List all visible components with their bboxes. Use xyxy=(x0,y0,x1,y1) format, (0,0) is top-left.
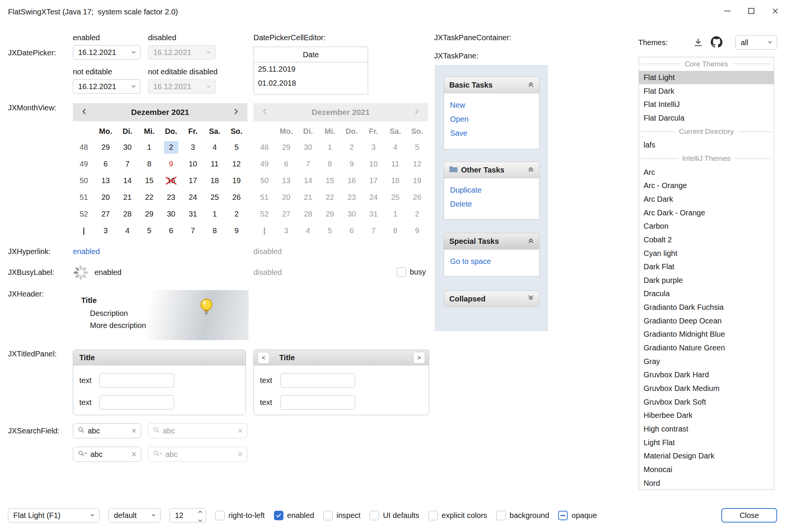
checkbox-right-to-left[interactable]: right-to-left xyxy=(215,511,265,520)
calendar-day-cell[interactable]: 4 xyxy=(116,222,139,239)
taskpane-header[interactable]: Collapsed xyxy=(444,290,540,307)
calendar-day-cell[interactable]: 24 xyxy=(182,189,204,206)
checkbox-opaque[interactable]: opaque xyxy=(558,511,597,520)
calendar-day-cell[interactable]: 29 xyxy=(139,206,161,222)
text-input[interactable] xyxy=(99,395,174,410)
checkbox-explicit-colors[interactable]: explicit colors xyxy=(428,511,487,520)
theme-item[interactable]: Dark Flat xyxy=(639,260,774,274)
calendar-day-cell[interactable]: 14 xyxy=(116,172,139,189)
theme-item[interactable]: Gruvbox Dark Hard xyxy=(639,368,774,382)
theme-item[interactable]: Monocai xyxy=(639,463,774,477)
theme-item[interactable]: Gradianto Dark Fuchsia xyxy=(639,301,774,314)
theme-item[interactable]: Gradianto Deep Ocean xyxy=(639,314,774,328)
search-input[interactable]: abc xyxy=(88,427,128,435)
checkbox-box[interactable] xyxy=(323,511,333,520)
maximize-button[interactable] xyxy=(739,0,763,24)
search-input[interactable]: abc xyxy=(90,450,128,459)
expand-chevron-down-icon[interactable] xyxy=(527,294,535,304)
calendar-day-cell[interactable]: 1 xyxy=(139,139,161,155)
theme-item[interactable]: Cyan light xyxy=(639,246,774,260)
calendar-day-cell[interactable]: 3 xyxy=(182,139,204,155)
taskpane-link-open[interactable]: Open xyxy=(450,112,539,126)
chevron-down-icon[interactable] xyxy=(127,49,140,55)
themes-list[interactable]: Core ThemesFlat LightFlat DarkFlat Intel… xyxy=(639,57,774,490)
calendar-day-cell[interactable]: 12 xyxy=(226,155,248,172)
checkbox-busy[interactable]: busy xyxy=(397,267,426,277)
taskpane-link-go-to-space[interactable]: Go to space xyxy=(450,254,539,268)
calendar-day-cell[interactable]: 25 xyxy=(204,189,226,206)
theme-item[interactable]: Gruvbox Dark Soft xyxy=(639,395,774,409)
calendar-day-cell[interactable]: 1 xyxy=(204,206,226,222)
taskpane-header[interactable]: Basic Tasks xyxy=(444,77,540,93)
collapse-chevron-up-icon[interactable] xyxy=(527,237,535,246)
calendar-day-cell[interactable]: 9 xyxy=(160,155,182,172)
prev-month-button[interactable] xyxy=(80,108,88,117)
taskpane-header[interactable]: Special Tasks xyxy=(444,233,540,250)
clear-icon[interactable]: × xyxy=(131,426,137,435)
calendar-day-cell[interactable]: 5 xyxy=(139,222,161,239)
next-month-button[interactable] xyxy=(232,108,240,117)
checkbox-box[interactable] xyxy=(370,511,379,520)
theme-item[interactable]: High contrast xyxy=(639,422,774,436)
theme-item[interactable]: Carbon xyxy=(639,220,774,233)
calendar-day-cell[interactable]: 6 xyxy=(160,222,182,239)
collapse-chevron-up-icon[interactable] xyxy=(527,165,535,175)
calendar-day-cell[interactable]: 30 xyxy=(160,206,182,222)
calendar-day-cell[interactable]: 26 xyxy=(226,189,248,206)
theme-item[interactable]: Dark purple xyxy=(639,274,774,287)
github-button[interactable] xyxy=(710,36,722,50)
next-button[interactable]: > xyxy=(413,352,425,364)
theme-item[interactable]: Gray xyxy=(639,355,774,368)
theme-item[interactable]: Gradianto Nature Green xyxy=(639,341,774,355)
calendar-day-cell[interactable]: 5 xyxy=(226,139,248,155)
theme-combobox[interactable]: Flat Light (F1) xyxy=(8,508,99,523)
theme-item[interactable]: Flat Dark xyxy=(639,84,774,98)
clear-icon[interactable]: × xyxy=(131,450,137,459)
datepicker-enabled[interactable]: 16.12.2021 xyxy=(73,45,140,60)
calendar-day-cell[interactable]: 11 xyxy=(204,155,226,172)
taskpane-link-delete[interactable]: Delete xyxy=(450,197,539,211)
font-size-value[interactable]: 12 xyxy=(170,508,194,522)
taskpane-link-new[interactable]: New xyxy=(450,98,539,112)
calendar-day-cell[interactable]: 8 xyxy=(204,222,226,239)
calendar-day-cell[interactable]: 27 xyxy=(95,206,117,222)
calendar-day-cell[interactable]: 23 xyxy=(160,189,182,206)
theme-item[interactable]: Gradianto Midnight Blue xyxy=(639,328,774,341)
calendar-day-cell[interactable]: 28 xyxy=(116,206,139,222)
theme-item[interactable]: Gruvbox Dark Medium xyxy=(639,382,774,395)
theme-item[interactable]: Nord xyxy=(639,476,774,490)
calendar-day-cell[interactable]: 8 xyxy=(139,155,161,172)
theme-item[interactable]: Cobalt 2 xyxy=(639,233,774,247)
spinner-up-icon[interactable] xyxy=(198,507,203,515)
calendar-day-cell[interactable]: 3 xyxy=(95,222,117,239)
checkbox-background[interactable]: background xyxy=(496,511,549,520)
theme-item[interactable]: Light Flat xyxy=(639,436,774,449)
hyperlink-enabled[interactable]: enabled xyxy=(73,246,100,257)
calendar-day-cell[interactable]: 7 xyxy=(182,222,204,239)
themes-filter-combobox[interactable]: all xyxy=(735,35,777,50)
search-field[interactable]: abc × xyxy=(73,423,141,438)
calendar-day-cell[interactable]: 9 xyxy=(226,222,248,239)
checkbox-box[interactable] xyxy=(558,511,568,520)
theme-item[interactable]: Arc Dark xyxy=(639,193,774,206)
font-size-spinner[interactable]: 12 xyxy=(170,508,206,523)
text-input[interactable] xyxy=(280,373,355,388)
calendar-day-cell[interactable]: 16 xyxy=(160,172,182,189)
theme-item[interactable]: Flat Darcula xyxy=(639,111,774,125)
theme-item[interactable]: Arc Dark - Orange xyxy=(639,206,774,220)
theme-item[interactable]: Flat IntelliJ xyxy=(639,98,774,111)
taskpane-link-save[interactable]: Save xyxy=(450,126,539,140)
theme-item[interactable]: Material Design Dark xyxy=(639,449,774,463)
calendar-day-cell[interactable]: 30 xyxy=(116,139,139,155)
calendar-day-cell[interactable]: 2 xyxy=(160,139,182,155)
calendar-day-cell[interactable]: 2 xyxy=(226,206,248,222)
theme-item[interactable]: Arc xyxy=(639,165,774,179)
font-combobox[interactable]: default xyxy=(109,508,161,523)
theme-item[interactable]: lafs xyxy=(639,138,774,152)
checkbox-box[interactable] xyxy=(215,511,225,520)
datepicker-value[interactable]: 16.12.2021 xyxy=(73,48,127,57)
theme-item[interactable]: Arc - Orange xyxy=(639,179,774,193)
checkbox-enabled[interactable]: enabled xyxy=(274,511,314,520)
minimize-button[interactable] xyxy=(715,0,739,24)
checkbox-UI-defaults[interactable]: UI defaults xyxy=(370,511,419,520)
